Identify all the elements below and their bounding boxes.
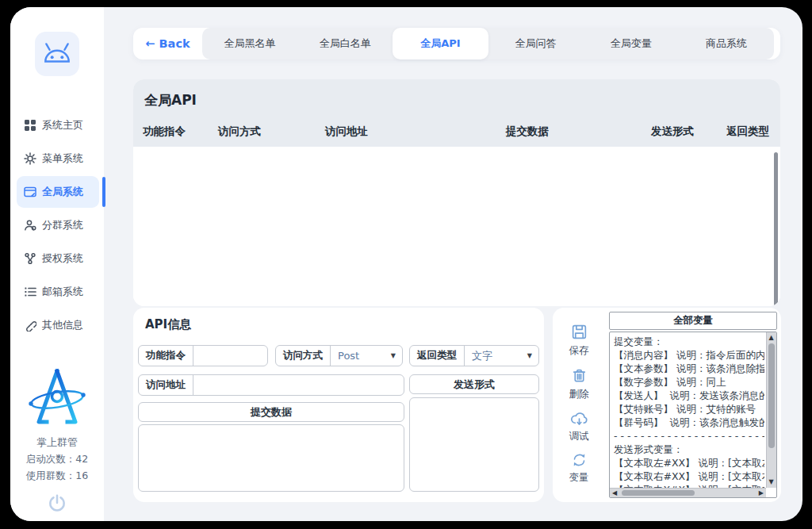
app-logo xyxy=(35,32,79,76)
variable-line: 【群号码】 说明：该条消息触发的群 xyxy=(614,416,764,429)
launch-count: 启动次数：42 xyxy=(10,453,104,466)
tab-global-variables[interactable]: 全局变量 xyxy=(584,28,679,59)
top-nav: ← Back 全局黑名单 全局白名单 全局API 全局问答 全局变量 商品系统 xyxy=(133,28,780,59)
scroll-right-icon[interactable]: ▶ xyxy=(759,490,764,496)
url-input[interactable] xyxy=(193,375,404,395)
sidebar-item-menu-system[interactable]: 菜单系统 xyxy=(17,143,99,174)
sidebar-item-label: 其他信息 xyxy=(42,318,83,332)
tab-global-whitelist[interactable]: 全局白名单 xyxy=(297,28,393,59)
variables-lines: 提交变量：【消息内容】 说明：指令后面的内容【文本参数】 说明：该条消息除指令外… xyxy=(610,332,766,488)
sidebar-item-group-system[interactable]: 分群系统 xyxy=(17,209,99,241)
col-url: 访问地址 xyxy=(325,125,368,139)
chevron-down-icon: ▼ xyxy=(391,352,402,359)
save-icon xyxy=(570,323,588,341)
back-button[interactable]: ← Back xyxy=(133,28,202,59)
link-icon xyxy=(24,319,36,332)
window-icon xyxy=(24,186,36,198)
brand-logo xyxy=(27,366,87,429)
scroll-up-icon[interactable]: ▲ xyxy=(769,335,774,341)
variable-line: 【数字参数】 说明：同上 xyxy=(614,375,764,389)
nav-tabstrip: 全局黑名单 全局白名单 全局API 全局问答 全局变量 商品系统 xyxy=(202,28,774,59)
method-select[interactable]: 访问方式 Post ▼ xyxy=(275,345,403,366)
sidebar-menu: 系统主页 菜单系统 全局系 xyxy=(17,109,99,343)
global-api-table-panel: 全局API 功能指令 访问方式 访问地址 提交数据 发送形式 返回类型 xyxy=(133,79,780,306)
variable-line: 【消息内容】 说明：指令后面的内容 xyxy=(614,348,764,362)
variables-button[interactable]: 变量 xyxy=(569,452,589,485)
chevron-down-icon: ▼ xyxy=(527,352,538,359)
action-buttons: 保存 删除 xyxy=(553,314,605,485)
scroll-left-icon[interactable]: ◀ xyxy=(612,490,617,496)
return-type-select[interactable]: 返回类型 文字 ▼ xyxy=(409,345,539,366)
method-label: 访问方式 xyxy=(276,346,331,366)
active-menu-indicator xyxy=(102,177,105,207)
horizontal-scroll-thumb[interactable] xyxy=(622,490,695,496)
tab-global-api[interactable]: 全局API xyxy=(393,28,488,59)
return-type-label: 返回类型 xyxy=(410,346,465,366)
sidebar: 系统主页 菜单系统 全局系 xyxy=(10,7,104,521)
sidebar-item-label: 全局系统 xyxy=(42,185,83,199)
app-frame: 系统主页 菜单系统 全局系 xyxy=(10,7,802,521)
sidebar-item-global-system[interactable]: 全局系统 xyxy=(17,176,99,208)
variables-horizontal-scrollbar[interactable]: ◀ ▶ xyxy=(610,488,766,497)
actions-variables-panel: 保存 删除 xyxy=(553,308,781,502)
variables-title: 全部变量 xyxy=(609,312,777,330)
url-label: 访问地址 xyxy=(139,375,193,395)
save-button[interactable]: 保存 xyxy=(569,323,589,358)
sidebar-item-label: 系统主页 xyxy=(42,118,83,132)
send-form-textarea[interactable] xyxy=(409,397,539,492)
tab-goods-system[interactable]: 商品系统 xyxy=(679,28,774,59)
submit-data-textarea[interactable] xyxy=(138,424,404,492)
tab-global-blacklist[interactable]: 全局黑名单 xyxy=(202,28,297,59)
sidebar-item-label: 分群系统 xyxy=(42,218,83,232)
all-variables-box: 全部变量 提交变量：【消息内容】 说明：指令后面的内容【文本参数】 说明：该条消… xyxy=(609,312,777,498)
list-icon xyxy=(24,286,36,298)
variable-line: 提交变量： xyxy=(614,335,764,348)
table-scrollbar[interactable] xyxy=(774,152,778,306)
delete-label: 删除 xyxy=(569,388,589,401)
grid-icon xyxy=(24,119,36,132)
variable-line: 【发送人】 说明：发送该条消息的账 xyxy=(614,389,764,402)
return-type-value: 文字 xyxy=(465,349,527,363)
sidebar-item-mail-system[interactable]: 邮箱系统 xyxy=(17,276,99,308)
variables-vertical-scrollbar[interactable]: ▲ ▼ xyxy=(766,332,776,488)
variable-line: - - - - - - - - - - - - - - - - - - - - … xyxy=(614,429,764,443)
url-field: 访问地址 xyxy=(138,374,404,396)
debug-cloud-icon xyxy=(569,410,589,427)
col-send-form: 发送形式 xyxy=(651,125,694,139)
power-button[interactable] xyxy=(10,493,104,518)
tab-global-qa[interactable]: 全局问答 xyxy=(488,28,584,59)
power-icon xyxy=(46,493,68,515)
variables-content: 提交变量：【消息内容】 说明：指令后面的内容【文本参数】 说明：该条消息除指令外… xyxy=(609,332,777,498)
sidebar-footer: 掌上群管 启动次数：42 使用群数：16 xyxy=(10,366,104,518)
delete-button[interactable]: 删除 xyxy=(569,366,589,401)
sidebar-item-auth-system[interactable]: 授权系统 xyxy=(17,243,99,274)
command-label: 功能指令 xyxy=(139,346,193,366)
variable-line: 【文本取右#XX】 说明：[文本取右#3 xyxy=(614,470,764,483)
sidebar-item-label: 授权系统 xyxy=(42,251,83,266)
person-icon xyxy=(24,219,36,232)
api-info-panel: API信息 功能指令 访问方式 Post ▼ 返回类型 文字 ▼ 访问地址 发送… xyxy=(133,308,544,502)
sidebar-item-label: 邮箱系统 xyxy=(42,285,83,299)
gear-icon xyxy=(24,152,36,165)
col-method: 访问方式 xyxy=(218,125,261,139)
trash-icon xyxy=(570,366,588,385)
vertical-scroll-thumb[interactable] xyxy=(768,343,775,448)
send-form-header: 发送形式 xyxy=(409,374,539,394)
command-field: 功能指令 xyxy=(138,345,268,366)
sidebar-item-other-info[interactable]: 其他信息 xyxy=(17,309,99,341)
sidebar-item-label: 菜单系统 xyxy=(42,151,83,166)
command-input[interactable] xyxy=(193,346,267,366)
variables-label: 变量 xyxy=(569,471,589,485)
variable-line: 发送形式变量： xyxy=(614,443,764,456)
scroll-down-icon[interactable]: ▼ xyxy=(769,479,774,485)
sidebar-item-home[interactable]: 系统主页 xyxy=(17,109,99,141)
form-title: API信息 xyxy=(145,317,191,332)
debug-label: 调试 xyxy=(569,430,589,443)
method-value: Post xyxy=(331,350,391,362)
debug-button[interactable]: 调试 xyxy=(569,410,589,443)
variable-line: 【文本参数】 说明：该条消息除指令外 xyxy=(614,362,764,375)
submit-data-header: 提交数据 xyxy=(138,402,404,422)
variable-line: 【艾特账号】 说明：艾特的账号 xyxy=(614,402,764,416)
table-title: 全局API xyxy=(144,91,197,109)
save-label: 保存 xyxy=(569,344,589,358)
